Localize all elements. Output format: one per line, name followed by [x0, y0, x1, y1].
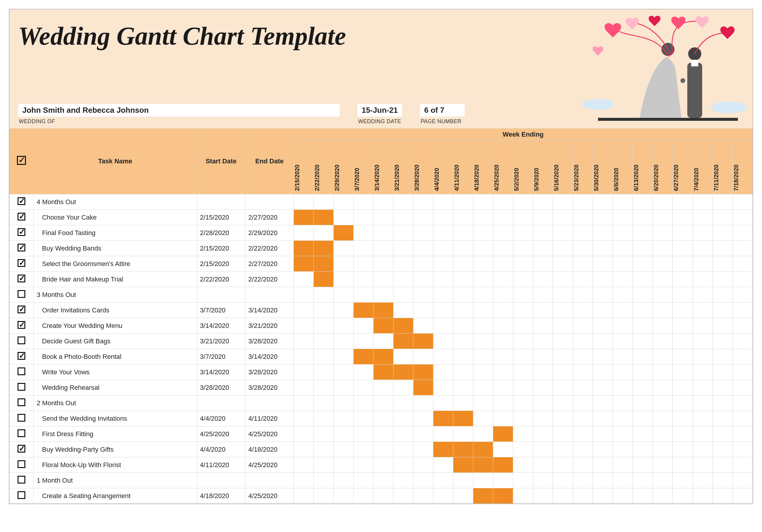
- gantt-cell[interactable]: [593, 380, 613, 395]
- gantt-cell[interactable]: [293, 395, 313, 411]
- gantt-cell[interactable]: [732, 194, 752, 210]
- gantt-cell[interactable]: [653, 210, 673, 225]
- gantt-cell[interactable]: [673, 225, 693, 241]
- gantt-cell[interactable]: [593, 427, 613, 442]
- gantt-cell[interactable]: [613, 395, 633, 411]
- gantt-cell[interactable]: [353, 210, 373, 225]
- gantt-cell[interactable]: [353, 365, 373, 380]
- gantt-cell[interactable]: [673, 287, 693, 302]
- gantt-cell[interactable]: [414, 302, 433, 318]
- gantt-cell[interactable]: [633, 318, 653, 334]
- gantt-cell[interactable]: [573, 241, 593, 256]
- gantt-cell[interactable]: [713, 302, 732, 318]
- gantt-cell[interactable]: [732, 334, 752, 349]
- gantt-cell[interactable]: [613, 457, 633, 473]
- gantt-cell[interactable]: [493, 287, 513, 302]
- gantt-cell[interactable]: [713, 256, 732, 272]
- gantt-cell[interactable]: [493, 457, 513, 473]
- gantt-cell[interactable]: [653, 318, 673, 334]
- gantt-cell[interactable]: [673, 427, 693, 442]
- gantt-cell[interactable]: [513, 194, 533, 210]
- gantt-cell[interactable]: [493, 210, 513, 225]
- gantt-cell[interactable]: [573, 272, 593, 287]
- gantt-cell[interactable]: [732, 256, 752, 272]
- gantt-cell[interactable]: [473, 241, 493, 256]
- gantt-cell[interactable]: [693, 334, 713, 349]
- gantt-cell[interactable]: [333, 210, 353, 225]
- gantt-cell[interactable]: [553, 411, 573, 427]
- gantt-cell[interactable]: [433, 442, 453, 457]
- task-checkbox-cell[interactable]: [10, 241, 34, 256]
- task-checkbox-cell[interactable]: [10, 365, 34, 380]
- gantt-cell[interactable]: [713, 411, 732, 427]
- gantt-cell[interactable]: [293, 334, 313, 349]
- gantt-cell[interactable]: [573, 210, 593, 225]
- gantt-cell[interactable]: [473, 395, 493, 411]
- gantt-cell[interactable]: [533, 210, 553, 225]
- gantt-cell[interactable]: [293, 442, 313, 457]
- gantt-cell[interactable]: [433, 334, 453, 349]
- gantt-cell[interactable]: [732, 210, 752, 225]
- gantt-cell[interactable]: [353, 488, 373, 504]
- gantt-cell[interactable]: [414, 442, 433, 457]
- gantt-cell[interactable]: [394, 225, 414, 241]
- gantt-cell[interactable]: [374, 256, 394, 272]
- gantt-cell[interactable]: [453, 457, 473, 473]
- gantt-cell[interactable]: [453, 256, 473, 272]
- gantt-cell[interactable]: [553, 473, 573, 488]
- gantt-cell[interactable]: [453, 272, 473, 287]
- gantt-cell[interactable]: [673, 457, 693, 473]
- start-date[interactable]: 2/15/2020: [197, 210, 245, 225]
- gantt-cell[interactable]: [333, 457, 353, 473]
- gantt-cell[interactable]: [414, 349, 433, 365]
- gantt-cell[interactable]: [533, 302, 553, 318]
- gantt-cell[interactable]: [732, 411, 752, 427]
- gantt-cell[interactable]: [493, 411, 513, 427]
- gantt-cell[interactable]: [394, 287, 414, 302]
- gantt-cell[interactable]: [593, 272, 613, 287]
- gantt-cell[interactable]: [553, 365, 573, 380]
- gantt-cell[interactable]: [353, 302, 373, 318]
- start-date[interactable]: [197, 194, 245, 210]
- task-checkbox-cell[interactable]: [10, 210, 34, 225]
- gantt-cell[interactable]: [633, 334, 653, 349]
- gantt-cell[interactable]: [732, 318, 752, 334]
- gantt-cell[interactable]: [533, 334, 553, 349]
- task-name[interactable]: Select the Groomsmen's Attire: [34, 256, 197, 272]
- gantt-cell[interactable]: [553, 256, 573, 272]
- gantt-cell[interactable]: [453, 318, 473, 334]
- task-checkbox-cell[interactable]: [10, 395, 34, 411]
- gantt-cell[interactable]: [414, 365, 433, 380]
- gantt-cell[interactable]: [673, 395, 693, 411]
- gantt-cell[interactable]: [394, 488, 414, 504]
- gantt-cell[interactable]: [333, 427, 353, 442]
- gantt-cell[interactable]: [533, 256, 553, 272]
- gantt-cell[interactable]: [493, 488, 513, 504]
- gantt-cell[interactable]: [693, 380, 713, 395]
- task-checkbox-cell[interactable]: [10, 334, 34, 349]
- gantt-cell[interactable]: [333, 488, 353, 504]
- gantt-cell[interactable]: [633, 442, 653, 457]
- end-date[interactable]: [245, 287, 294, 302]
- start-date[interactable]: [197, 473, 245, 488]
- gantt-cell[interactable]: [394, 473, 414, 488]
- gantt-cell[interactable]: [394, 302, 414, 318]
- gantt-cell[interactable]: [493, 380, 513, 395]
- gantt-cell[interactable]: [453, 225, 473, 241]
- end-date[interactable]: 3/14/2020: [245, 349, 294, 365]
- gantt-cell[interactable]: [353, 457, 373, 473]
- gantt-cell[interactable]: [333, 241, 353, 256]
- gantt-cell[interactable]: [732, 349, 752, 365]
- gantt-cell[interactable]: [473, 380, 493, 395]
- gantt-cell[interactable]: [633, 256, 653, 272]
- gantt-cell[interactable]: [713, 457, 732, 473]
- gantt-cell[interactable]: [653, 349, 673, 365]
- gantt-cell[interactable]: [353, 380, 373, 395]
- gantt-cell[interactable]: [333, 302, 353, 318]
- gantt-cell[interactable]: [333, 225, 353, 241]
- task-checkbox-cell[interactable]: [10, 256, 34, 272]
- gantt-cell[interactable]: [533, 427, 553, 442]
- gantt-cell[interactable]: [313, 442, 333, 457]
- gantt-cell[interactable]: [633, 395, 653, 411]
- end-date[interactable]: 3/28/2020: [245, 334, 294, 349]
